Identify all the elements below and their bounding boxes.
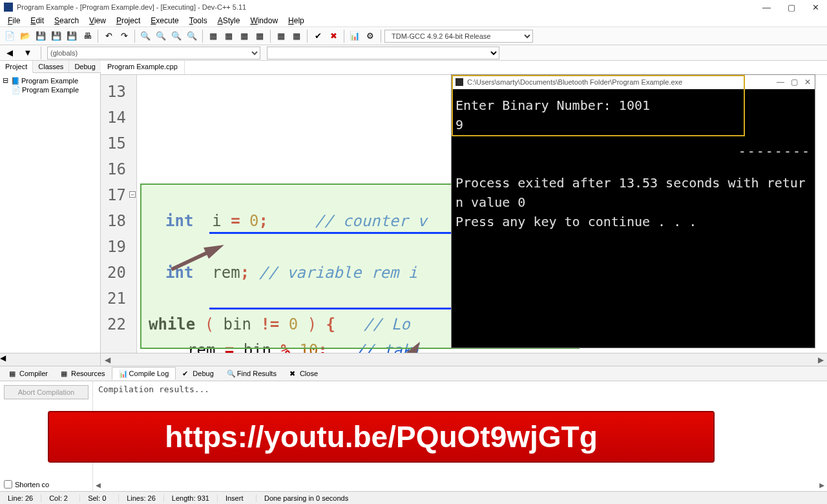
find-icon[interactable]: 🔍 [138,29,152,43]
console-output: Enter Binary Number: 1001 9 -------- Pro… [452,89,815,235]
bottom-tab-compile-log[interactable]: 📊Compile Log [112,367,176,380]
console-maximize-button[interactable]: ▢ [791,72,798,92]
console-close-button[interactable]: ✕ [804,72,811,92]
shorten-checkbox[interactable]: Shorten co [4,480,89,488]
menu-help[interactable]: Help [283,16,309,25]
menu-edit[interactable]: Edit [25,16,49,25]
console-minimize-button[interactable]: — [777,72,784,92]
status-line: Line: 26 [0,494,41,502]
annotation-underline [209,232,481,234]
bottom-tab-debug[interactable]: ✔Debug [176,368,220,379]
close-button[interactable]: ✕ [808,3,823,12]
bottom-tab-resources[interactable]: ▦Resources [54,368,112,379]
console-icon [455,78,463,86]
maximize-button[interactable]: ▢ [784,3,799,12]
saveas-icon[interactable]: 💾 [65,29,79,43]
scroll-left-icon[interactable]: ◀ [0,353,6,362]
goto-icon[interactable]: 🔍 [185,29,199,43]
console-window[interactable]: C:\Users\smarty\Documents\Bluetooth Fold… [451,74,815,348]
saveall-icon[interactable]: 💾 [49,29,63,43]
menu-window[interactable]: Window [245,16,283,25]
menu-tools[interactable]: Tools [184,16,213,25]
status-length: Length: 931 [164,494,218,502]
debug-icon[interactable]: ▦ [274,29,288,43]
bottom-tab-close[interactable]: ✖Close [283,368,324,379]
findnext-icon[interactable]: 🔍 [169,29,183,43]
options-icon[interactable]: ⚙ [363,29,377,43]
print-icon[interactable]: 🖶 [80,29,94,43]
side-tab-project[interactable]: Project [0,61,33,73]
scroll-right-icon[interactable]: ▶ [819,479,824,491]
undo-icon[interactable]: ↶ [101,29,116,43]
hscroll-bar: ◀ ◀ ▶ [0,353,827,366]
replace-icon[interactable]: 🔍 [154,29,168,43]
project-icon: 📘 [11,77,19,85]
bottom-tab-find-results[interactable]: 🔍Find Results [220,368,283,379]
dropdown-icon[interactable]: ▼ [21,46,35,60]
status-sel: Sel: 0 [80,494,119,502]
window-title: Program Example - [Program Example.dev] … [17,3,246,11]
minimize-button[interactable]: — [759,3,775,12]
member-select[interactable] [267,47,499,59]
compiler-select[interactable]: TDM-GCC 4.9.2 64-bit Release [384,30,533,43]
profile-icon[interactable]: ✔ [311,29,325,43]
status-col: Col: 2 [41,494,80,502]
new-file-icon[interactable]: 📄 [3,29,17,43]
editor-tab[interactable]: Program Example.cpp [101,61,185,74]
status-message: Done parsing in 0 seconds [256,494,827,502]
chart-icon[interactable]: 📊 [348,29,362,43]
toolbar: 📄 📂 💾 💾 💾 🖶 ↶ ↷ 🔍 🔍 🔍 🔍 ▦ ▦ ▦ ▦ ▦ ▦ ✔ ✖ … [0,27,827,45]
project-tree[interactable]: ⊟📘 Program Example 📄 Program Example [0,73,100,97]
compile-icon[interactable]: ▦ [206,29,220,43]
app-icon [4,3,13,12]
back-icon[interactable]: ◀ [3,46,17,60]
rebuild-icon[interactable]: ▦ [253,29,267,43]
menu-file[interactable]: File [3,16,25,25]
scope-select[interactable]: (globals) [47,47,260,59]
menu-astyle[interactable]: AStyle [213,16,246,25]
delete-icon[interactable]: ✖ [326,29,340,43]
side-tab-classes[interactable]: Classes [33,61,69,72]
project-panel: ProjectClassesDebug ⊟📘 Program Example 📄… [0,61,101,353]
tree-item[interactable]: 📄 Program Example [3,85,98,94]
tree-root[interactable]: ⊟📘 Program Example [3,76,98,85]
open-file-icon[interactable]: 📂 [18,29,32,43]
stop-icon[interactable]: ▦ [289,29,304,43]
redo-icon[interactable]: ↷ [117,29,131,43]
status-mode: Insert [218,494,256,502]
run-icon[interactable]: ▦ [222,29,236,43]
menu-search[interactable]: Search [49,16,84,25]
menu-bar[interactable]: FileEditSearchViewProjectExecuteToolsASt… [0,14,827,27]
menu-view[interactable]: View [84,16,111,25]
line-gutter: 1314151617−1819202122 [101,75,137,353]
menu-execute[interactable]: Execute [145,16,183,25]
scroll-right-icon[interactable]: ▶ [815,355,826,364]
side-tab-debug[interactable]: Debug [69,61,101,72]
status-lines: Lines: 26 [119,494,164,502]
status-bar: Line: 26 Col: 2 Sel: 0 Lines: 26 Length:… [0,491,827,504]
compile-run-icon[interactable]: ▦ [237,29,251,43]
abort-compilation-button: Abort Compilation [4,385,89,399]
bottom-tab-compiler[interactable]: ▦Compiler [3,368,54,379]
file-icon: 📄 [12,86,19,94]
scope-bar: ◀ ▼ (globals) [0,45,827,61]
save-icon[interactable]: 💾 [34,29,48,43]
bottom-tabs: ▦Compiler▦Resources📊Compile Log✔Debug🔍Fi… [0,366,827,381]
overlay-banner: https://youtu.be/PQuOt9wjGTg [48,411,715,463]
scroll-left-icon[interactable]: ◀ [102,355,112,364]
console-title-bar[interactable]: C:\Users\smarty\Documents\Bluetooth Fold… [452,75,815,89]
menu-project[interactable]: Project [111,16,145,25]
window-title-bar: Program Example - [Program Example.dev] … [0,0,827,14]
scroll-left-icon[interactable]: ◀ [96,479,101,491]
